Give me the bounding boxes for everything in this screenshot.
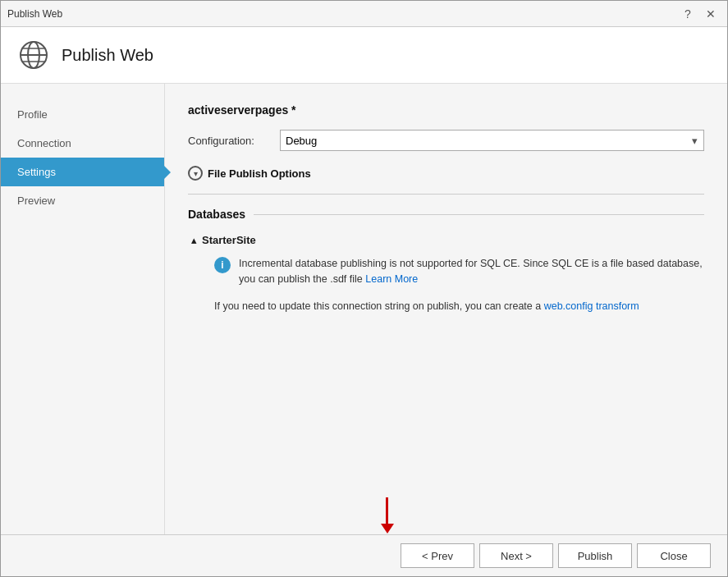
red-arrow [381,497,394,533]
web-config-transform-link[interactable]: web.config transform [544,300,639,312]
arrow-head [381,524,394,533]
chevron-down-icon: ▾ [188,166,203,181]
arrow-line [386,497,388,524]
dialog-header: Publish Web [1,27,727,84]
publish-button[interactable]: Publish [558,543,632,568]
close-window-button[interactable]: ✕ [701,4,721,24]
prev-button[interactable]: < Prev [401,543,474,568]
learn-more-link[interactable]: Learn More [365,273,418,285]
starter-site: ▴ StarterSite i Incremental database pub… [191,234,704,314]
content-area: activeserverpages * Configuration: Debug… [165,84,727,534]
arrow-annotation [381,497,394,533]
globe-icon [17,39,50,71]
titlebar-title: Publish Web [7,8,62,20]
configuration-label: Configuration: [188,135,270,147]
databases-title: Databases [188,208,704,221]
chevron-up-icon: ▴ [191,234,197,246]
next-button[interactable]: Next > [479,543,553,568]
sidebar-item-preview[interactable]: Preview [1,186,164,215]
sidebar: Profile Connection Settings Preview [1,84,165,534]
starter-site-label: StarterSite [202,234,256,246]
dialog-title: Publish Web [62,46,153,65]
publish-web-window: Publish Web ? ✕ Publish Web Profile Conn… [0,0,728,577]
configuration-select-wrapper: Debug Release [280,130,704,151]
divider [188,194,704,195]
starter-site-toggle[interactable]: ▴ StarterSite [191,234,704,246]
databases-section: Databases ▴ StarterSite i Incremental da… [188,208,704,314]
titlebar-controls: ? ✕ [678,4,721,24]
info-text: Incremental database publishing is not s… [239,256,704,287]
file-publish-options-label: File Publish Options [208,167,311,180]
close-button[interactable]: Close [637,543,711,568]
sidebar-item-settings[interactable]: Settings [1,158,164,186]
help-button[interactable]: ? [678,4,698,24]
titlebar: Publish Web ? ✕ [1,1,727,27]
configuration-select[interactable]: Debug Release [280,130,704,151]
sidebar-item-profile[interactable]: Profile [1,100,164,129]
configuration-row: Configuration: Debug Release [188,130,704,151]
dialog-footer: < Prev Next > Publish Close [1,534,727,576]
file-publish-options-toggle[interactable]: ▾ File Publish Options [188,166,704,181]
info-box: i Incremental database publishing is not… [214,256,704,287]
dialog-body: Profile Connection Settings Preview acti… [1,84,727,534]
sidebar-item-connection[interactable]: Connection [1,129,164,158]
info-icon: i [214,257,231,273]
update-text: If you need to update this connection st… [214,299,704,314]
section-name: activeserverpages * [188,103,704,117]
